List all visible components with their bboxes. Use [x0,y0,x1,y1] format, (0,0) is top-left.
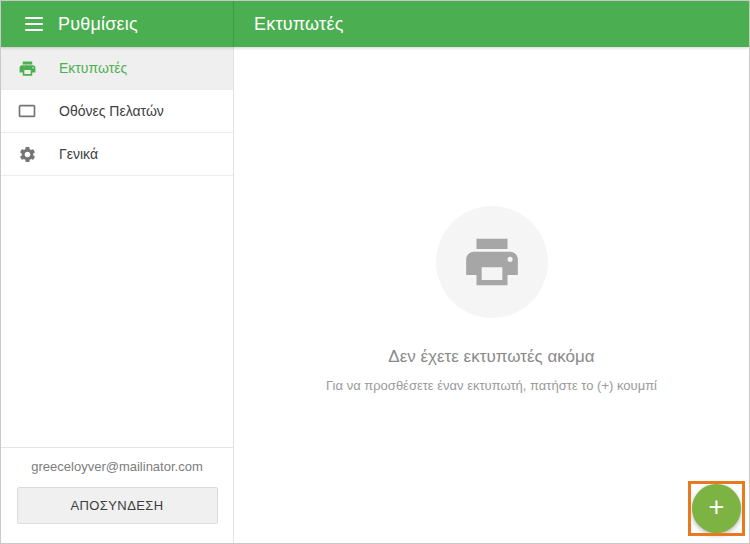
page-title: Εκτυπωτές [254,14,344,35]
empty-state-subtitle: Για να προσθέσετε έναν εκτυπωτή, πατήστε… [326,378,657,393]
display-icon [17,101,37,121]
content-area: Εκτυπωτές Οθόνες Πελατών Γενικά [1,47,749,544]
app-bar-right: Εκτυπωτές [234,1,749,47]
sidebar-item-general[interactable]: Γενικά [1,133,233,176]
sidebar-item-label: Γενικά [59,146,98,162]
settings-window: Ρυθμίσεις Εκτυπωτές Εκτυπωτές [0,0,750,544]
app-bar-left: Ρυθμίσεις [1,1,234,47]
empty-state-circle [436,206,548,318]
sidebar-item-label: Εκτυπωτές [59,60,127,76]
empty-state: Δεν έχετε εκτυπωτές ακόμα Για να προσθέσ… [234,206,749,393]
sidebar: Εκτυπωτές Οθόνες Πελατών Γενικά [1,47,234,544]
app-bar: Ρυθμίσεις Εκτυπωτές [1,1,749,47]
printer-icon [461,231,523,293]
sidebar-item-printers[interactable]: Εκτυπωτές [1,47,233,90]
hamburger-menu-icon[interactable] [25,17,43,31]
sidebar-account-section: greeceloyver@mailinator.com ΑΠΟΣΥΝΔΕΣΗ [1,447,233,544]
printer-icon [17,58,37,78]
account-email: greeceloyver@mailinator.com [1,459,233,474]
logout-button[interactable]: ΑΠΟΣΥΝΔΕΣΗ [17,487,218,524]
add-printer-fab[interactable]: + [692,484,741,533]
plus-icon: + [709,494,725,521]
sidebar-item-customer-displays[interactable]: Οθόνες Πελατών [1,90,233,133]
main-panel: Δεν έχετε εκτυπωτές ακόμα Για να προσθέσ… [234,47,749,544]
gear-icon [17,144,37,164]
empty-state-title: Δεν έχετε εκτυπωτές ακόμα [388,347,594,367]
sidebar-item-label: Οθόνες Πελατών [59,103,164,119]
settings-title: Ρυθμίσεις [58,14,138,35]
